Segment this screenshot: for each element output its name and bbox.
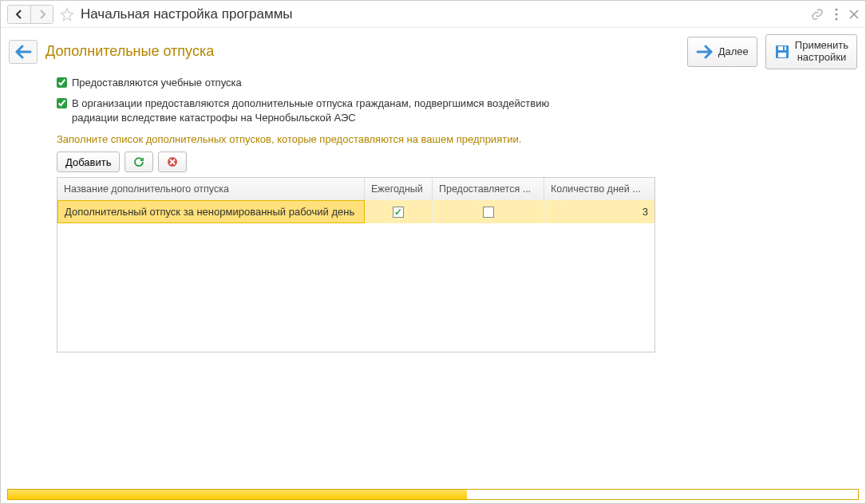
- svg-point-0: [835, 8, 837, 10]
- col-days-header[interactable]: Количество дней ...: [544, 178, 654, 200]
- window-title: Начальная настройка программы: [81, 6, 811, 22]
- apply-settings-button[interactable]: Применить настройки: [765, 34, 857, 69]
- delete-button[interactable]: [158, 152, 187, 172]
- radiation-leave-checkbox-row: В организации предоставляются дополнител…: [57, 96, 809, 125]
- arrow-left-big-icon: [14, 45, 32, 59]
- radiation-leave-checkbox[interactable]: [57, 98, 67, 108]
- apply-settings-label: Применить настройки: [795, 40, 848, 64]
- titlebar: Начальная настройка программы: [1, 1, 865, 28]
- leave-table: Название дополнительного отпуска Ежегодн…: [57, 177, 655, 352]
- nav-back-button[interactable]: [8, 6, 30, 23]
- table-body: Дополнительный отпуск за ненормированный…: [57, 200, 654, 352]
- footer: [1, 486, 865, 503]
- svg-rect-4: [778, 46, 786, 50]
- edu-leave-checkbox[interactable]: [57, 77, 67, 88]
- table-row[interactable]: Дополнительный отпуск за ненормированный…: [57, 200, 654, 223]
- col-annual-header[interactable]: Ежегодный: [365, 178, 433, 200]
- table-toolbar: Добавить: [57, 152, 809, 172]
- progress-bar: [7, 489, 859, 500]
- edu-leave-checkbox-row: Предоставляются учебные отпуска: [57, 76, 809, 90]
- arrow-right-big-icon: [696, 45, 714, 59]
- save-disk-icon: [774, 44, 790, 60]
- svg-point-2: [835, 18, 837, 20]
- next-button-label: Далее: [718, 45, 749, 57]
- annual-checkbox-icon: [393, 207, 404, 218]
- arrow-right-icon: [38, 10, 47, 19]
- svg-point-1: [835, 13, 837, 15]
- nav-forward-button[interactable]: [30, 6, 53, 23]
- delete-icon: [167, 156, 178, 167]
- svg-rect-6: [783, 46, 785, 50]
- cell-days[interactable]: 3: [544, 200, 654, 223]
- refresh-button[interactable]: [125, 152, 153, 172]
- window-controls: [811, 8, 859, 21]
- close-icon[interactable]: [849, 10, 859, 19]
- toolbar: Дополнительные отпуска Далее Применить н…: [1, 28, 865, 76]
- progress-fill: [8, 490, 467, 499]
- nav-buttons: [7, 5, 53, 24]
- arrow-left-icon: [14, 10, 24, 19]
- hint-text: Заполните список дополнительных отпусков…: [57, 133, 809, 145]
- section-title: Дополнительные отпуска: [45, 43, 679, 60]
- add-button[interactable]: Добавить: [57, 152, 120, 172]
- edu-leave-label: Предоставляются учебные отпуска: [72, 76, 242, 90]
- cell-annual[interactable]: [365, 200, 433, 223]
- back-button[interactable]: [9, 40, 38, 64]
- refresh-icon: [133, 156, 144, 167]
- table-header: Название дополнительного отпуска Ежегодн…: [57, 178, 654, 200]
- favorite-star-icon[interactable]: [60, 7, 74, 22]
- link-icon[interactable]: [811, 8, 824, 21]
- col-name-header[interactable]: Название дополнительного отпуска: [57, 178, 365, 200]
- next-button[interactable]: Далее: [687, 37, 757, 67]
- cell-provided[interactable]: [433, 200, 544, 223]
- cell-name[interactable]: Дополнительный отпуск за ненормированный…: [57, 200, 365, 223]
- provided-checkbox-icon: [483, 207, 494, 218]
- svg-rect-5: [778, 53, 786, 57]
- col-provided-header[interactable]: Предоставляется ...: [433, 178, 544, 200]
- radiation-leave-label: В организации предоставляются дополнител…: [72, 96, 567, 125]
- content-area: Предоставляются учебные отпуска В органи…: [1, 76, 865, 486]
- kebab-menu-icon[interactable]: [835, 8, 838, 21]
